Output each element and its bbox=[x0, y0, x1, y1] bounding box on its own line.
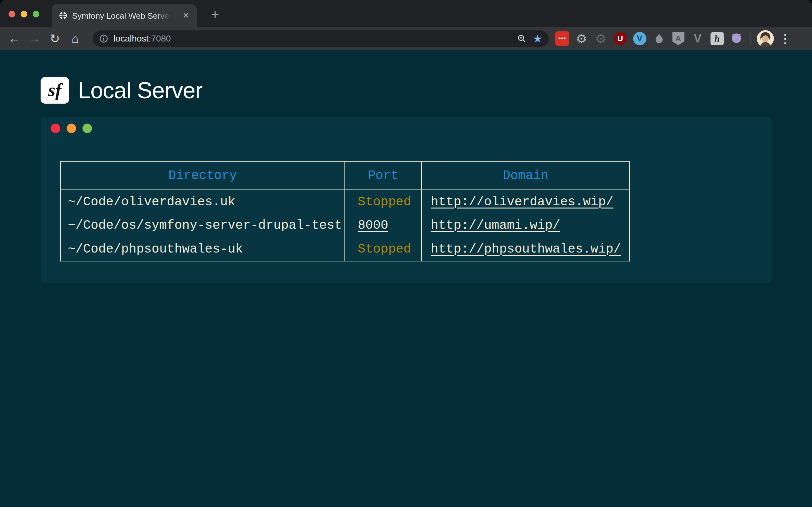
port-cell: Stopped bbox=[345, 237, 421, 261]
shield-extension[interactable]: A bbox=[671, 32, 686, 46]
bookmark-star-icon[interactable]: ★ bbox=[533, 33, 542, 44]
vimium-extension[interactable]: V bbox=[632, 32, 647, 46]
globe-favicon-icon bbox=[59, 11, 67, 20]
window-controls bbox=[9, 11, 39, 17]
ublock-icon: U bbox=[614, 32, 627, 45]
browser-window: Symfony Local Web Server: Prox × + ← → ↻… bbox=[0, 0, 812, 507]
new-tab-button[interactable]: + bbox=[207, 7, 223, 23]
card-window-dots bbox=[41, 117, 772, 133]
page-content: sf Local Server Directory Port Domain bbox=[0, 50, 812, 507]
window-minimize-button[interactable] bbox=[20, 11, 27, 17]
table-header-row: Directory Port Domain bbox=[61, 161, 629, 190]
port-link[interactable]: 8000 bbox=[358, 218, 388, 233]
address-bar[interactable]: localhost:7080 ★ bbox=[93, 31, 549, 47]
servers-table: Directory Port Domain ~/Code/oliverdavie… bbox=[60, 161, 630, 262]
status-badge: Stopped bbox=[358, 195, 411, 209]
vue-icon[interactable]: V bbox=[691, 32, 705, 46]
window-zoom-button[interactable] bbox=[33, 11, 39, 17]
vimium-icon: V bbox=[633, 32, 647, 45]
symfony-logo: sf bbox=[41, 77, 69, 104]
directory-cell: ~/Code/os/symfony-server-drupal-test bbox=[61, 214, 345, 237]
url-text: localhost:7080 bbox=[113, 34, 517, 44]
symfony-logo-glyph: sf bbox=[48, 79, 61, 101]
page-title: Local Server bbox=[78, 77, 202, 103]
extensions-row: ••• ⚙ ⚙ U V A V h bbox=[555, 32, 744, 46]
domain-link[interactable]: http://umami.wip/ bbox=[431, 218, 560, 233]
brand-header: sf Local Server bbox=[41, 50, 812, 104]
port-cell: Stopped bbox=[345, 190, 421, 214]
back-icon[interactable]: ← bbox=[7, 32, 21, 46]
directory-cell: ~/Code/phpsouthwales-uk bbox=[61, 237, 345, 261]
column-header-domain: Domain bbox=[421, 161, 629, 190]
toolbar-divider bbox=[750, 32, 751, 45]
forward-icon[interactable]: → bbox=[27, 32, 42, 46]
domain-cell: http://phpsouthwales.wip/ bbox=[421, 237, 629, 261]
domain-link[interactable]: http://oliverdavies.wip/ bbox=[431, 195, 613, 209]
tab-bar: Symfony Local Web Server: Prox × + bbox=[0, 0, 812, 27]
domain-cell: http://umami.wip/ bbox=[421, 214, 629, 237]
browser-toolbar: ← → ↻ ⌂ localhost:7080 ★ bbox=[0, 27, 812, 50]
site-info-icon[interactable] bbox=[99, 34, 108, 43]
shield-icon: A bbox=[672, 32, 684, 45]
browser-tab[interactable]: Symfony Local Web Server: Prox × bbox=[52, 4, 197, 27]
directory-cell: ~/Code/oliverdavies.uk bbox=[61, 190, 345, 214]
reload-icon[interactable]: ↻ bbox=[48, 32, 62, 46]
status-badge: Stopped bbox=[358, 242, 411, 257]
github-octocat-icon[interactable] bbox=[729, 32, 744, 46]
domain-link[interactable]: http://phpsouthwales.wip/ bbox=[431, 242, 621, 257]
gear-dim-icon[interactable]: ⚙ bbox=[594, 32, 608, 46]
h-extension[interactable]: h bbox=[710, 32, 724, 46]
server-card: Directory Port Domain ~/Code/oliverdavie… bbox=[41, 117, 772, 283]
url-host: localhost bbox=[113, 34, 149, 43]
domain-cell: http://oliverdavies.wip/ bbox=[421, 190, 629, 214]
port-cell: 8000 bbox=[345, 214, 421, 237]
card-red-dot-icon bbox=[51, 124, 60, 133]
page-zoom-icon[interactable] bbox=[517, 34, 526, 43]
home-icon[interactable]: ⌂ bbox=[68, 32, 83, 46]
url-port: :7080 bbox=[149, 34, 171, 43]
card-orange-dot-icon bbox=[67, 124, 76, 133]
column-header-port: Port bbox=[345, 161, 421, 190]
card-green-dot-icon bbox=[83, 124, 92, 133]
table-row: ~/Code/phpsouthwales-uk Stopped http://p… bbox=[61, 237, 629, 261]
browser-menu-icon[interactable]: ⋮ bbox=[779, 32, 791, 45]
password-manager-icon[interactable]: ••• bbox=[555, 32, 569, 46]
table-row: ~/Code/oliverdavies.uk Stopped http://ol… bbox=[61, 190, 629, 214]
window-close-button[interactable] bbox=[9, 11, 15, 17]
tab-close-icon[interactable]: × bbox=[180, 10, 192, 21]
gear-icon[interactable]: ⚙ bbox=[574, 32, 589, 46]
drupal-drop-icon[interactable] bbox=[652, 32, 666, 46]
profile-avatar[interactable] bbox=[757, 30, 774, 47]
ublock-extension[interactable]: U bbox=[613, 32, 627, 46]
tab-title: Symfony Local Web Server: Prox bbox=[72, 11, 173, 22]
h-icon: h bbox=[711, 32, 724, 45]
table-row: ~/Code/os/symfony-server-drupal-test 800… bbox=[61, 214, 629, 237]
column-header-directory: Directory bbox=[61, 161, 345, 190]
